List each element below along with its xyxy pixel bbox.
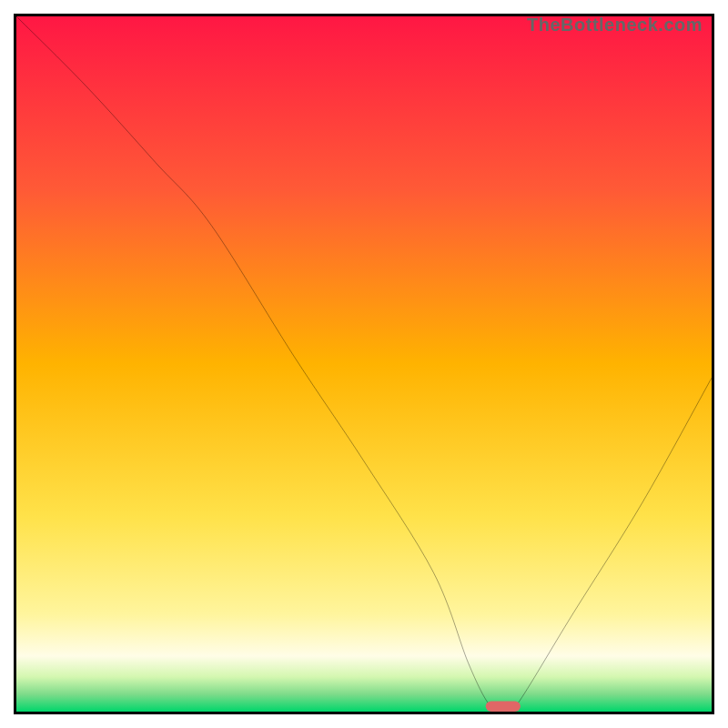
chart-curve-layer: [16, 16, 712, 712]
bottleneck-curve: [16, 16, 712, 712]
watermark-text: TheBottleneck.com: [527, 15, 703, 35]
chart-frame: TheBottleneck.com: [14, 14, 714, 714]
optimal-marker: [486, 702, 521, 712]
